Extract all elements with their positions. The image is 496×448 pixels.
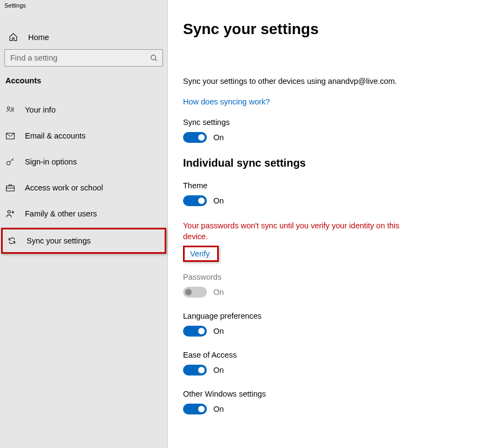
other-state: On xyxy=(213,405,224,413)
theme-toggle[interactable] xyxy=(183,195,207,206)
page-title: Sync your settings xyxy=(183,21,481,38)
main-content: Sync your settings Sync your settings to… xyxy=(168,0,496,448)
lang-state: On xyxy=(213,327,224,335)
sync-settings-toggle[interactable] xyxy=(183,132,207,143)
home-button[interactable]: Home xyxy=(0,27,167,49)
ease-toggle[interactable] xyxy=(183,365,207,375)
family-icon xyxy=(5,209,15,218)
svg-line-9 xyxy=(12,160,13,161)
search-icon xyxy=(150,54,158,62)
sync-description: Sync your settings to other devices usin… xyxy=(183,77,481,85)
individual-heading: Individual sync settings xyxy=(183,157,481,169)
home-label: Home xyxy=(28,33,49,42)
passwords-state: On xyxy=(213,288,224,297)
sidebar: Settings Home Find a setting Accounts Yo… xyxy=(0,0,168,448)
svg-rect-10 xyxy=(6,186,15,191)
search-placeholder: Find a setting xyxy=(10,54,57,62)
sidebar-item-email-accounts[interactable]: Email & accounts xyxy=(0,123,167,149)
ease-state: On xyxy=(213,366,224,374)
sidebar-item-label: Sync your settings xyxy=(27,236,90,245)
verify-link[interactable]: Verify xyxy=(183,246,219,262)
password-warning: Your passwords won't sync until you veri… xyxy=(183,220,416,242)
section-title: Accounts xyxy=(0,76,167,97)
sync-settings-label: Sync settings xyxy=(183,118,481,127)
sidebar-item-label: Sign-in options xyxy=(25,157,77,166)
lang-label: Language preferences xyxy=(183,312,481,320)
other-label: Other Windows settings xyxy=(183,390,481,398)
help-link[interactable]: How does syncing work? xyxy=(183,97,270,106)
sidebar-item-label: Access work or school xyxy=(25,183,103,192)
svg-point-2 xyxy=(7,107,10,109)
sidebar-item-label: Email & accounts xyxy=(25,131,86,140)
sync-settings-state: On xyxy=(213,133,224,142)
search-input[interactable]: Find a setting xyxy=(4,49,163,67)
sync-icon xyxy=(7,236,17,245)
sidebar-item-sync-settings[interactable]: Sync your settings xyxy=(1,228,166,254)
svg-line-1 xyxy=(155,59,156,61)
window-title: Settings xyxy=(0,0,167,11)
lang-toggle[interactable] xyxy=(183,326,207,337)
briefcase-icon xyxy=(5,184,15,192)
theme-state: On xyxy=(213,196,224,205)
passwords-label: Passwords xyxy=(183,273,481,281)
theme-label: Theme xyxy=(183,181,481,190)
key-icon xyxy=(5,157,15,166)
sidebar-item-your-info[interactable]: Your info xyxy=(0,97,167,123)
svg-point-12 xyxy=(8,210,10,213)
home-icon xyxy=(9,32,19,42)
svg-point-0 xyxy=(151,55,156,60)
sidebar-item-label: Family & other users xyxy=(25,209,97,218)
ease-label: Ease of Access xyxy=(183,351,481,359)
svg-line-8 xyxy=(10,158,14,162)
sidebar-item-signin-options[interactable]: Sign-in options xyxy=(0,149,167,175)
svg-point-7 xyxy=(6,161,10,165)
passwords-toggle xyxy=(183,287,207,298)
other-toggle[interactable] xyxy=(183,404,207,414)
sidebar-item-access-work-school[interactable]: Access work or school xyxy=(0,175,167,201)
mail-icon xyxy=(5,133,15,140)
user-info-icon xyxy=(5,106,15,114)
sidebar-item-family-users[interactable]: Family & other users xyxy=(0,201,167,227)
sidebar-item-label: Your info xyxy=(25,106,56,114)
